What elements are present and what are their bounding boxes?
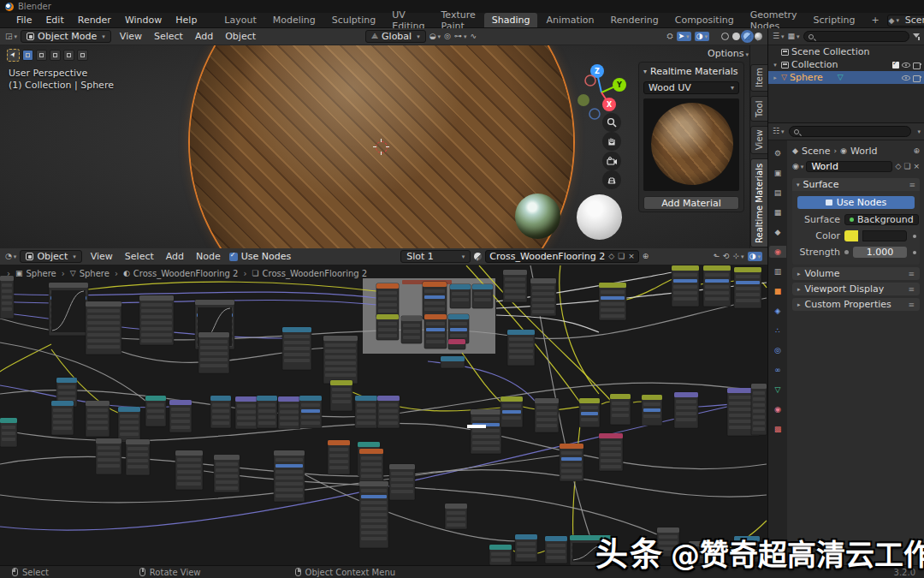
- shader-node[interactable]: [355, 396, 377, 428]
- proportional-falloff-icon[interactable]: ⊶: [454, 33, 467, 40]
- color-swatch[interactable]: [844, 230, 858, 241]
- shader-node[interactable]: [118, 407, 140, 441]
- shader-overlays-icon[interactable]: ◑: [748, 252, 762, 261]
- shading-wireframe-icon[interactable]: [721, 33, 729, 40]
- shader-node[interactable]: [278, 396, 300, 429]
- shader-node[interactable]: [535, 398, 559, 432]
- shader-node[interactable]: [235, 396, 258, 429]
- shader-editor[interactable]: ◔ Object ViewSelectAddNode Use Nodes Slo…: [0, 248, 767, 565]
- shader-node[interactable]: [599, 433, 623, 471]
- pin-icon[interactable]: ⊕: [643, 253, 649, 260]
- shader-node[interactable]: [450, 284, 471, 308]
- properties-tab-view-layer-icon[interactable]: ▦: [769, 206, 786, 218]
- animate-dot-icon[interactable]: [913, 251, 916, 254]
- shader-node[interactable]: [642, 395, 662, 426]
- scene-selector[interactable]: ◆ Scene ❏ ×: [887, 15, 924, 27]
- shader-node[interactable]: [503, 270, 527, 302]
- breadcrumb-item-cross-woodenflooring-2-2[interactable]: ◐Cross_WoodenFlooring 2: [123, 269, 239, 278]
- properties-tab-particles-icon[interactable]: ∴: [769, 325, 786, 337]
- shader-node[interactable]: [330, 380, 352, 411]
- camera-view-button[interactable]: [602, 152, 621, 170]
- panel-custom-properties[interactable]: Custom Properties≡: [792, 298, 920, 311]
- surface-shader-dropdown[interactable]: Background: [844, 214, 919, 225]
- shader-node[interactable]: [169, 400, 192, 432]
- xray-icon[interactable]: ◑: [695, 32, 709, 41]
- properties-tab-world-icon[interactable]: ◉: [769, 246, 786, 258]
- shader-node[interactable]: [751, 384, 767, 435]
- world-name-field[interactable]: World: [806, 161, 892, 172]
- shader-node[interactable]: [210, 396, 231, 428]
- use-nodes-checkbox[interactable]: [229, 253, 238, 261]
- properties-tab-physics-icon[interactable]: ◎: [769, 344, 786, 356]
- rtm-panel-title[interactable]: Realtime Materials: [643, 66, 739, 77]
- workspace-tab-animation[interactable]: Animation: [538, 13, 601, 27]
- workspace-tab-sculpting[interactable]: Sculpting: [324, 13, 383, 27]
- select-mode-extend-icon[interactable]: [36, 50, 47, 61]
- shader-menu-add[interactable]: Add: [161, 250, 189, 263]
- outliner-search-input[interactable]: [803, 31, 909, 42]
- sidebar-tab-tool[interactable]: Tool: [750, 96, 767, 122]
- shader-node[interactable]: [0, 418, 17, 447]
- menu-window[interactable]: Window: [119, 14, 168, 27]
- shader-node[interactable]: [282, 327, 311, 370]
- shader-node[interactable]: [441, 356, 465, 368]
- shading-solid-icon[interactable]: [732, 33, 740, 40]
- scene-name[interactable]: Scene: [900, 15, 924, 26]
- shader-node[interactable]: [376, 283, 399, 318]
- shader-node[interactable]: [674, 392, 698, 428]
- shader-node[interactable]: [49, 283, 88, 336]
- shader-menu-view[interactable]: View: [86, 250, 118, 263]
- outliner-row-collection[interactable]: ▾ Collection: [768, 58, 924, 71]
- properties-tab-texture-icon[interactable]: ▩: [769, 423, 786, 435]
- shader-node[interactable]: [175, 450, 203, 490]
- pin-icon[interactable]: ⊕: [913, 147, 920, 155]
- workspace-tab-rendering[interactable]: Rendering: [603, 13, 666, 27]
- viewport-menu-object[interactable]: Object: [220, 30, 261, 43]
- navigation-gizmo[interactable]: Z Y X: [572, 61, 631, 124]
- shader-menu-node[interactable]: Node: [191, 250, 226, 263]
- color-field[interactable]: [862, 230, 907, 241]
- workspace-tab--[interactable]: +: [863, 13, 886, 27]
- shader-node[interactable]: [96, 438, 121, 474]
- menu-edit[interactable]: Edit: [39, 14, 69, 27]
- properties-editor-type-icon[interactable]: ☷: [773, 128, 785, 135]
- viewport-3d[interactable]: ◲ Object Mode ViewSelectAddObject ⟁ Glob…: [0, 28, 767, 248]
- shader-node[interactable]: [198, 332, 229, 373]
- shader-node[interactable]: [560, 444, 583, 481]
- properties-tab-material-icon[interactable]: ◉: [769, 403, 786, 415]
- shader-node[interactable]: [274, 450, 305, 502]
- shader-node[interactable]: [389, 464, 415, 500]
- menu-help[interactable]: Help: [169, 14, 203, 27]
- properties-tab-object-icon[interactable]: ■: [769, 285, 786, 297]
- shader-node[interactable]: [472, 284, 493, 308]
- hide-eye-icon[interactable]: [902, 62, 910, 69]
- expand-icon[interactable]: ▾: [772, 62, 779, 69]
- shader-node[interactable]: [610, 394, 631, 425]
- menu-render[interactable]: Render: [72, 14, 117, 27]
- shader-node[interactable]: [51, 401, 74, 435]
- shader-node[interactable]: [214, 455, 240, 492]
- breadcrumb-item-cross-woodenflooring-2-3[interactable]: ❏Cross_WoodenFlooring 2: [252, 269, 367, 278]
- shader-node[interactable]: [579, 398, 600, 427]
- pan-tool-button[interactable]: [602, 132, 621, 151]
- shader-node[interactable]: [359, 449, 383, 483]
- panel-menu-icon[interactable]: ≡: [909, 181, 915, 189]
- fake-user-shield-icon[interactable]: ◇: [895, 163, 901, 170]
- shader-node[interactable]: [257, 396, 277, 428]
- overlays-icon[interactable]: ➤: [677, 32, 691, 41]
- shader-node[interactable]: [545, 536, 567, 563]
- use-nodes-button[interactable]: Use Nodes: [797, 196, 915, 209]
- select-tool-icon[interactable]: [7, 49, 20, 62]
- show-gizmo-icon[interactable]: ⛭: [666, 33, 672, 40]
- shader-node[interactable]: [139, 295, 174, 345]
- properties-tab-scene-icon[interactable]: ◆: [769, 226, 786, 238]
- snap-icon[interactable]: ◒: [429, 33, 441, 40]
- shader-node[interactable]: [471, 409, 501, 454]
- disable-render-icon[interactable]: [913, 62, 921, 69]
- viewport-menu-select[interactable]: Select: [149, 30, 188, 43]
- shader-node[interactable]: [599, 283, 626, 320]
- properties-tab-tool-icon[interactable]: ⚙: [769, 147, 786, 159]
- viewport-menu-view[interactable]: View: [115, 30, 147, 43]
- outliner-row-sphere[interactable]: ▸ ▽ Sphere ▽: [768, 71, 924, 84]
- select-mode-new-icon[interactable]: [22, 50, 33, 61]
